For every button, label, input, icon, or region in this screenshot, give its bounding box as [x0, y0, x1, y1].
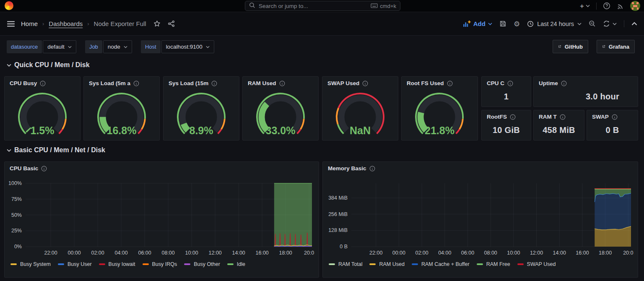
- legend-swatch: [184, 263, 190, 265]
- host-select[interactable]: localhost:9100: [161, 40, 214, 53]
- legend-label: Idle: [237, 261, 245, 267]
- panel-title: CPU Basic: [10, 165, 38, 172]
- svg-text:02:00: 02:00: [91, 250, 104, 256]
- legend-item[interactable]: Busy System: [10, 261, 51, 267]
- svg-text:0%: 0%: [14, 244, 22, 250]
- news-rss-icon[interactable]: [617, 3, 624, 10]
- panel-memory-basic: Memory Basic 0 B128 MiB256 MiB384 MiB22:…: [322, 161, 638, 278]
- refresh-icon[interactable]: [603, 20, 617, 27]
- svg-text:20:0: 20:0: [623, 250, 633, 256]
- help-icon[interactable]: [603, 2, 610, 10]
- info-icon[interactable]: [279, 81, 285, 86]
- plus-icon: +: [580, 3, 584, 10]
- breadcrumb: Home › Dashboards › Node Exporter Full: [21, 20, 146, 27]
- settings-gear-icon[interactable]: ⚙: [514, 20, 520, 28]
- stat-value: 0 B: [587, 125, 638, 135]
- panel-title: Memory Basic: [328, 165, 366, 172]
- search-shortcut: cmd+k: [380, 3, 396, 9]
- user-avatar[interactable]: [630, 1, 640, 11]
- panel-title: RootFS: [487, 114, 507, 120]
- chevron-down-icon: [206, 46, 210, 48]
- legend-item[interactable]: RAM Used: [369, 261, 404, 267]
- chevron-down-icon: [586, 5, 590, 7]
- top-bar: Search or jump to... cmd+k +: [0, 0, 644, 12]
- svg-text:20:0: 20:0: [304, 250, 314, 256]
- zoom-out-icon[interactable]: [589, 20, 596, 27]
- chevron-down-icon: [577, 23, 582, 25]
- save-dashboard-icon[interactable]: [499, 20, 506, 27]
- legend-item[interactable]: RAM Total: [329, 261, 362, 267]
- info-icon[interactable]: [41, 166, 47, 172]
- legend-item[interactable]: Idle: [227, 261, 245, 267]
- memory-basic-chart[interactable]: 0 B128 MiB256 MiB384 MiB22:0000:0002:000…: [323, 177, 638, 259]
- svg-text:10:00: 10:00: [507, 250, 520, 256]
- info-icon[interactable]: [40, 81, 46, 86]
- svg-text:06:00: 06:00: [138, 250, 151, 256]
- legend-item[interactable]: SWAP Used: [517, 261, 556, 267]
- star-icon[interactable]: [153, 20, 161, 27]
- info-icon[interactable]: [612, 114, 618, 120]
- svg-text:384 MiB: 384 MiB: [328, 195, 348, 201]
- job-select[interactable]: node: [103, 40, 132, 53]
- cpu-basic-chart[interactable]: 0%25%50%75%100%22:0000:0002:0004:0006:00…: [5, 177, 319, 259]
- host-label[interactable]: Host: [141, 40, 161, 53]
- info-icon[interactable]: [133, 81, 139, 86]
- info-icon[interactable]: [362, 81, 368, 86]
- info-icon[interactable]: [211, 81, 217, 86]
- legend-item[interactable]: Busy User: [58, 261, 92, 267]
- search-input[interactable]: Search or jump to... cmd+k: [245, 1, 400, 11]
- stat-value: 1: [482, 92, 531, 101]
- share-icon[interactable]: [168, 20, 175, 27]
- datasource-label[interactable]: datasource: [7, 40, 42, 53]
- datasource-select[interactable]: default: [43, 40, 76, 53]
- grafana-link-button[interactable]: Grafana: [597, 40, 635, 53]
- variable-datasource: datasource default: [7, 40, 76, 53]
- panel-root-fs-used: Root FS Used 21.8%: [401, 76, 478, 140]
- legend-item[interactable]: Busy Other: [184, 261, 220, 267]
- legend-label: Busy Other: [194, 261, 220, 267]
- svg-text:75%: 75%: [11, 196, 22, 202]
- info-icon[interactable]: [510, 114, 516, 120]
- section-basic-cpu-mem-net-disk[interactable]: Basic CPU / Mem / Net / Disk: [7, 146, 105, 154]
- svg-text:100%: 100%: [8, 180, 22, 186]
- time-range-label: Last 24 hours: [537, 21, 574, 27]
- grafana-logo[interactable]: [5, 1, 13, 10]
- breadcrumb-home[interactable]: Home: [21, 20, 38, 27]
- svg-text:16:00: 16:00: [256, 250, 269, 256]
- svg-text:02:00: 02:00: [415, 250, 428, 256]
- new-menu-button[interactable]: +: [580, 3, 590, 10]
- github-link-button[interactable]: GitHub: [553, 40, 588, 53]
- hamburger-menu-icon[interactable]: [7, 21, 15, 27]
- chevron-down-icon: [124, 46, 127, 48]
- gauge-value: 1.5%: [5, 125, 80, 137]
- legend-item[interactable]: RAM Cache + Buffer: [412, 261, 470, 267]
- legend-item[interactable]: Busy IRQs: [143, 261, 177, 267]
- legend-label: Busy Iowait: [109, 261, 135, 267]
- legend-swatch: [477, 263, 483, 265]
- time-range-picker[interactable]: Last 24 hours: [527, 21, 582, 27]
- svg-text:12:00: 12:00: [209, 250, 222, 256]
- info-icon[interactable]: [561, 81, 567, 86]
- add-panel-button[interactable]: Add: [463, 20, 492, 27]
- panel-uptime: Uptime 3.0 hour: [533, 76, 638, 107]
- legend-label: RAM Cache + Buffer: [421, 261, 470, 267]
- breadcrumb-separator: ›: [87, 21, 89, 27]
- add-label: Add: [473, 20, 486, 27]
- chevron-down-icon: [7, 64, 11, 67]
- info-icon[interactable]: [369, 166, 375, 172]
- svg-text:14:00: 14:00: [232, 250, 245, 256]
- breadcrumb-dashboards[interactable]: Dashboards: [49, 20, 83, 27]
- stat-value: 10 GiB: [482, 125, 531, 135]
- info-icon[interactable]: [447, 81, 453, 86]
- legend-item[interactable]: RAM Free: [477, 261, 510, 267]
- legend-item[interactable]: Busy Iowait: [99, 261, 135, 267]
- divider: [596, 3, 597, 10]
- job-label[interactable]: Job: [85, 40, 102, 53]
- info-icon[interactable]: [507, 81, 513, 86]
- collapse-chevron-up-icon[interactable]: [631, 22, 637, 26]
- info-icon[interactable]: [560, 114, 566, 120]
- legend-swatch: [99, 263, 105, 265]
- search-icon: [249, 2, 255, 10]
- section-quick-cpu-mem-disk[interactable]: Quick CPU / Mem / Disk: [7, 61, 90, 69]
- svg-text:25%: 25%: [11, 228, 22, 234]
